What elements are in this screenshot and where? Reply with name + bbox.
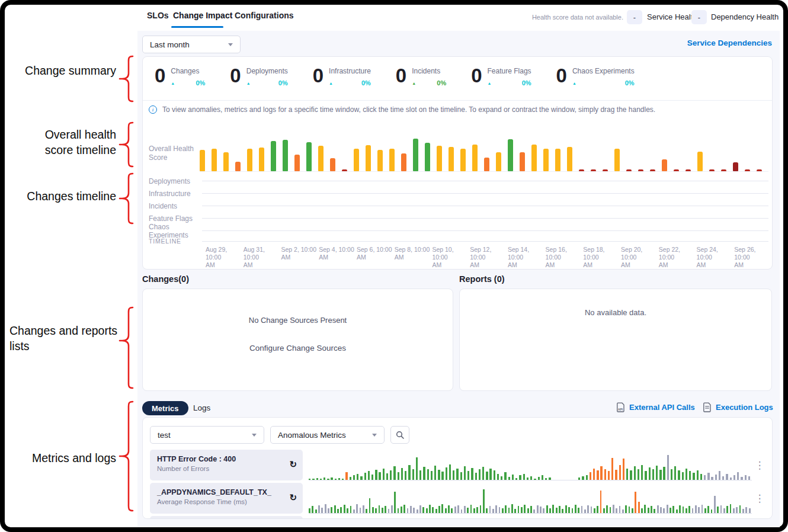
sparkline-bar [438, 470, 440, 480]
health-score-bar[interactable] [294, 155, 300, 171]
search-button[interactable] [390, 426, 409, 444]
sparkline-bar [460, 472, 462, 480]
search-icon [396, 431, 404, 439]
health-score-bar[interactable] [425, 143, 430, 171]
sparkline-bar [419, 470, 421, 480]
summary-stat-value: 0 [396, 65, 406, 86]
health-score-bar[interactable] [614, 149, 620, 171]
health-score-bar[interactable] [437, 146, 442, 171]
overall-health-score-chart[interactable] [200, 115, 768, 171]
execution-logs-label: Execution Logs [716, 403, 773, 412]
tab-change-impact[interactable]: Change Impact [173, 11, 232, 20]
service-filter-select[interactable]: test [150, 426, 264, 444]
health-score-bar[interactable] [223, 152, 229, 171]
summary-stat-delta: ▲0% [171, 79, 205, 86]
summary-stat: 0Feature Flags▲0% [471, 65, 531, 86]
metric-title: _APPDYNAMICS_DEFAULT_TX_ [157, 488, 296, 496]
timeline-row-line [202, 206, 768, 206]
reports-panel-title: Reports (0) [459, 274, 505, 284]
health-score-bar[interactable] [484, 158, 489, 171]
sparkline-bar [445, 508, 447, 513]
service-health-badge: - [627, 10, 642, 24]
reports-panel: No available data. [459, 289, 772, 391]
health-score-bar[interactable] [543, 149, 549, 171]
metric-tile[interactable]: _APPDYNAMICS_DEFAULT_TX_Average Response… [150, 483, 303, 514]
configure-change-sources-link[interactable]: Configure Change Sources [143, 344, 453, 352]
health-score-bar[interactable] [460, 149, 466, 171]
sparkline-bar [652, 469, 654, 480]
timeline-tick: Aug 31, 10:00 AM [244, 246, 281, 269]
health-score-bar[interactable] [271, 141, 276, 171]
metric-filter-value: Anomalous Metrics [278, 431, 346, 440]
health-score-bar[interactable] [366, 145, 371, 171]
timeline-tick: Sep 26, 10:00 AM [734, 246, 772, 269]
sparkline-bar [559, 506, 560, 513]
metric-tile[interactable]: HTTP Error Code : 400Number of Errors↻ [150, 450, 303, 480]
tab-slos[interactable]: SLOs [147, 11, 169, 20]
sparkline-bar [494, 470, 495, 480]
sparkline-bar [641, 465, 643, 480]
sparkline-bar [451, 508, 453, 513]
refresh-icon[interactable]: ↻ [289, 459, 297, 470]
health-score-bar[interactable] [318, 146, 323, 171]
timeline-row-line [202, 230, 768, 231]
time-range-select[interactable]: Last month [142, 36, 241, 53]
health-score-bar[interactable] [472, 145, 478, 171]
external-api-calls-link[interactable]: API External API Calls [616, 402, 695, 412]
sparkline-bar [626, 469, 628, 480]
health-score-bar[interactable] [306, 142, 312, 172]
health-score-bar[interactable] [496, 152, 501, 171]
sparkline-bar [622, 509, 624, 513]
service-dependencies-link[interactable]: Service Dependencies [681, 39, 772, 47]
health-score-bar[interactable] [733, 162, 738, 171]
health-score-bar[interactable] [377, 150, 383, 171]
health-score-bar[interactable] [354, 149, 359, 171]
sparkline-bar [663, 508, 665, 513]
health-score-bar[interactable] [531, 145, 537, 171]
sparkline-bar [644, 505, 646, 513]
health-score-bar[interactable] [235, 162, 241, 172]
kebab-menu-icon[interactable]: ⋮ [752, 459, 767, 472]
health-score-bar[interactable] [401, 153, 406, 171]
sparkline-bar [401, 507, 402, 513]
tab-configurations[interactable]: Configurations [235, 11, 294, 20]
health-score-bar[interactable] [247, 149, 252, 171]
refresh-icon[interactable]: ↻ [289, 492, 297, 503]
metric-filter-select[interactable]: Anomalous Metrics [270, 426, 385, 444]
sparkline-bar [686, 469, 687, 480]
health-score-bar[interactable] [413, 139, 418, 171]
health-score-bar[interactable] [520, 152, 525, 171]
sparkline-bar [482, 467, 484, 480]
sparkline-bar [508, 477, 510, 480]
reports-empty-text: No available data. [460, 308, 771, 317]
sparkline-bar [309, 479, 310, 480]
health-score-bar[interactable] [200, 150, 205, 171]
sparkline-bar [613, 505, 614, 513]
health-score-bar[interactable] [259, 148, 264, 171]
sparkline-bar [434, 466, 436, 480]
health-score-bar[interactable] [508, 139, 513, 171]
sparkline-bar [671, 469, 672, 480]
tab-logs[interactable]: Logs [193, 403, 210, 412]
sparkline-bar [676, 509, 678, 513]
health-score-bar[interactable] [283, 140, 288, 171]
health-score-bar[interactable] [555, 149, 560, 171]
sparkline-bar [534, 479, 536, 480]
health-score-bar[interactable] [389, 149, 395, 171]
kebab-menu-icon[interactable]: ⋮ [752, 492, 767, 505]
health-score-bar[interactable] [212, 149, 217, 171]
execution-logs-link[interactable]: Execution Logs [703, 402, 773, 412]
health-score-bar[interactable] [662, 159, 667, 171]
summary-stat-value: 0 [556, 65, 567, 86]
health-score-bar[interactable] [567, 147, 572, 171]
timeline-tick: Sep 14, 10:00 AM [508, 246, 546, 269]
sparkline-bar [660, 507, 662, 514]
health-score-bar[interactable] [697, 152, 703, 171]
timeline-row: Feature Flags [149, 212, 768, 225]
tab-metrics[interactable]: Metrics [142, 401, 188, 415]
timeline-row: Chaos Experiments [149, 225, 768, 237]
sparkline-bar [723, 508, 725, 513]
health-score-bar[interactable] [449, 147, 454, 171]
sparkline-bar [505, 505, 507, 513]
health-score-bar[interactable] [330, 158, 335, 171]
